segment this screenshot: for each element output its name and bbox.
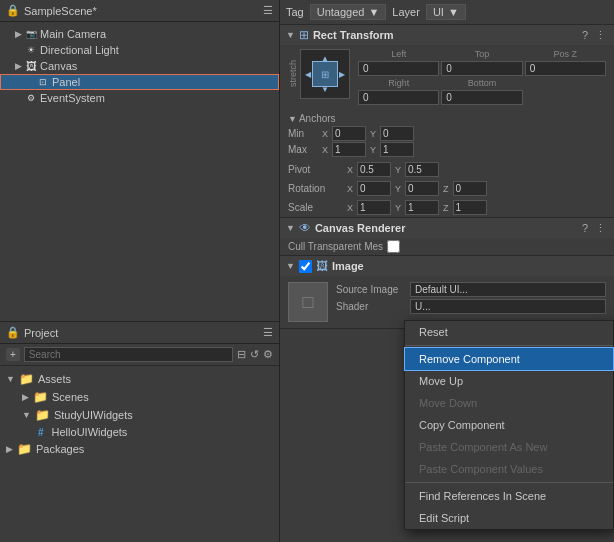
rot-z-label: Z xyxy=(443,184,449,194)
canvas-renderer-eye-icon: 👁 xyxy=(299,221,311,235)
event-icon: ⚙ xyxy=(24,91,38,105)
rotation-row: Rotation X Y Z xyxy=(280,179,614,198)
tree-item-main-camera[interactable]: ▶ 📷 Main Camera xyxy=(0,26,279,42)
stretch-box[interactable]: ▲ ▼ ◀ ▶ ⊞ xyxy=(300,49,350,99)
tree-item-canvas[interactable]: ▶ 🖼 Canvas xyxy=(0,58,279,74)
shader-input[interactable] xyxy=(410,299,606,314)
layer-dropdown[interactable]: UI ▼ xyxy=(426,4,466,20)
cull-label: Cull Transparent Mes xyxy=(288,241,383,252)
scene-tree: ▶ 📷 Main Camera ☀ Directional Light ▶ 🖼 … xyxy=(0,22,279,321)
project-folder-scenes[interactable]: ▶ 📁 Scenes xyxy=(6,388,273,406)
tree-label-directional-light: Directional Light xyxy=(40,44,119,56)
rect-transform-body: stretch ▲ ▼ ◀ ▶ ⊞ xyxy=(280,45,614,111)
anchors-max-label: Max xyxy=(288,144,318,155)
scale-y-input[interactable] xyxy=(405,200,439,215)
rect-transform-section: ▼ ⊞ Rect Transform ? ⋮ stretch ▲ ▼ ◀ xyxy=(280,25,614,218)
project-menu-icon[interactable]: ☰ xyxy=(263,326,273,339)
context-menu-reset[interactable]: Reset xyxy=(405,321,613,343)
anchors-min-y[interactable] xyxy=(380,126,414,141)
anchors-section: ▼ Anchors Min X Y Max X Y xyxy=(280,111,614,160)
anchors-arrow[interactable]: ▼ xyxy=(288,114,297,124)
pivot-row: Pivot X Y xyxy=(280,160,614,179)
anchors-min-label: Min xyxy=(288,128,318,139)
right-input[interactable] xyxy=(358,90,439,105)
hello-label: HelloUIWidgets xyxy=(52,426,128,438)
camera-icon: 📷 xyxy=(24,27,38,41)
image-icon: 🖼 xyxy=(316,259,328,273)
rect-transform-collapse-arrow[interactable]: ▼ xyxy=(286,30,295,40)
filter-icon[interactable]: ⊟ xyxy=(237,348,246,361)
tree-arrow-canvas: ▶ xyxy=(12,60,24,72)
image-preview[interactable]: □ xyxy=(288,282,328,322)
add-button[interactable]: + xyxy=(6,348,20,361)
scenes-folder-icon: 📁 xyxy=(33,390,48,404)
project-folder-assets[interactable]: ▼ 📁 Assets xyxy=(6,370,273,388)
rect-settings-icon[interactable]: ⋮ xyxy=(593,29,608,42)
anchors-label: Anchors xyxy=(299,113,336,124)
scale-z-label: Z xyxy=(443,203,449,213)
tree-label-event-system: EventSystem xyxy=(40,92,105,104)
min-y-label: Y xyxy=(370,129,376,139)
anchors-min-x[interactable] xyxy=(332,126,366,141)
anchors-max-x[interactable] xyxy=(332,142,366,157)
canvas-renderer-arrow[interactable]: ▼ xyxy=(286,223,295,233)
context-menu-edit-script[interactable]: Edit Script xyxy=(405,507,613,529)
pivot-x-label: X xyxy=(347,165,353,175)
assets-label: Assets xyxy=(38,373,71,385)
tree-item-event-system[interactable]: ⚙ EventSystem xyxy=(0,90,279,106)
pivot-x-input[interactable] xyxy=(357,162,391,177)
study-label: StudyUIWidgets xyxy=(54,409,133,421)
hierarchy-menu-icon[interactable]: ☰ xyxy=(263,4,273,17)
context-menu-divider-2 xyxy=(405,482,613,483)
posz-header: Pos Z xyxy=(525,49,606,59)
scale-x-input[interactable] xyxy=(357,200,391,215)
tree-arrow-panel xyxy=(24,76,36,88)
project-folder-packages[interactable]: ▶ 📁 Packages xyxy=(6,440,273,458)
rot-y-input[interactable] xyxy=(405,181,439,196)
canvas-renderer-help-icon[interactable]: ? xyxy=(580,222,590,234)
settings-icon[interactable]: ⚙ xyxy=(263,348,273,361)
left-header: Left xyxy=(358,49,439,59)
scale-z-input[interactable] xyxy=(453,200,487,215)
rect-transform-move-icon: ⊞ xyxy=(299,28,309,42)
image-arrow[interactable]: ▼ xyxy=(286,261,295,271)
project-folder-study[interactable]: ▼ 📁 StudyUIWidgets xyxy=(6,406,273,424)
context-menu-remove-component[interactable]: Remove Component xyxy=(405,348,613,370)
project-title: 🔒 Project xyxy=(6,326,58,339)
rot-z-input[interactable] xyxy=(453,181,487,196)
tree-arrow-directional-light xyxy=(12,44,24,56)
context-menu-copy-component[interactable]: Copy Component xyxy=(405,414,613,436)
pivot-label: Pivot xyxy=(288,164,343,175)
hierarchy-title: 🔒 SampleScene* xyxy=(6,4,97,17)
rect-help-icon[interactable]: ? xyxy=(580,29,590,41)
left-input[interactable] xyxy=(358,61,439,76)
hierarchy-header: 🔒 SampleScene* ☰ xyxy=(0,0,279,22)
project-panel: 🔒 Project ☰ + ⊟ ↺ ⚙ ▼ 📁 Assets ▶ 📁 Scene… xyxy=(0,322,279,542)
right-panel: Tag Untagged ▼ Layer UI ▼ ▼ ⊞ Rect Trans… xyxy=(280,0,614,542)
tag-dropdown[interactable]: Untagged ▼ xyxy=(310,4,387,20)
project-search-input[interactable] xyxy=(24,347,233,362)
context-menu-find-references[interactable]: Find References In Scene xyxy=(405,485,613,507)
canvas-renderer-settings-icon[interactable]: ⋮ xyxy=(593,222,608,235)
tree-label-main-camera: Main Camera xyxy=(40,28,106,40)
source-image-input[interactable] xyxy=(410,282,606,297)
min-x-label: X xyxy=(322,129,328,139)
top-input[interactable] xyxy=(441,61,522,76)
pivot-y-input[interactable] xyxy=(405,162,439,177)
rot-x-input[interactable] xyxy=(357,181,391,196)
tree-arrow-main-camera: ▶ xyxy=(12,28,24,40)
posz-input[interactable] xyxy=(525,61,606,76)
image-enabled-checkbox[interactable] xyxy=(299,260,312,273)
project-folder-hello[interactable]: # HelloUIWidgets xyxy=(6,424,273,440)
shader-row: Shader xyxy=(336,299,606,314)
cull-checkbox[interactable] xyxy=(387,240,400,253)
bottom-input[interactable] xyxy=(441,90,522,105)
project-content: ▼ 📁 Assets ▶ 📁 Scenes ▼ 📁 StudyUIWidgets… xyxy=(0,366,279,542)
context-menu-move-up[interactable]: Move Up xyxy=(405,370,613,392)
tree-item-directional-light[interactable]: ☀ Directional Light xyxy=(0,42,279,58)
anchors-max-y[interactable] xyxy=(380,142,414,157)
refresh-icon[interactable]: ↺ xyxy=(250,348,259,361)
canvas-renderer-header: ▼ 👁 Canvas Renderer ? ⋮ xyxy=(280,218,614,238)
canvas-renderer-section: ▼ 👁 Canvas Renderer ? ⋮ Cull Transparent… xyxy=(280,218,614,256)
tree-item-panel[interactable]: ⊡ Panel xyxy=(0,74,279,90)
